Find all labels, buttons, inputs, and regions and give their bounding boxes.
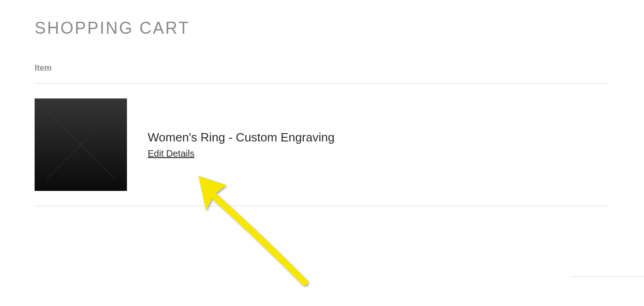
page-title: SHOPPING CART bbox=[35, 18, 609, 38]
product-image[interactable] bbox=[35, 98, 127, 191]
placeholder-x-icon bbox=[35, 98, 127, 191]
product-name: Women's Ring - Custom Engraving bbox=[148, 130, 335, 145]
divider-bottom bbox=[35, 206, 609, 206]
divider-summary bbox=[570, 276, 644, 277]
column-header-item: Item bbox=[35, 63, 609, 73]
product-info: Women's Ring - Custom Engraving Edit Det… bbox=[127, 130, 335, 159]
edit-details-link[interactable]: Edit Details bbox=[148, 148, 194, 159]
cart-item-row: Women's Ring - Custom Engraving Edit Det… bbox=[35, 84, 609, 206]
